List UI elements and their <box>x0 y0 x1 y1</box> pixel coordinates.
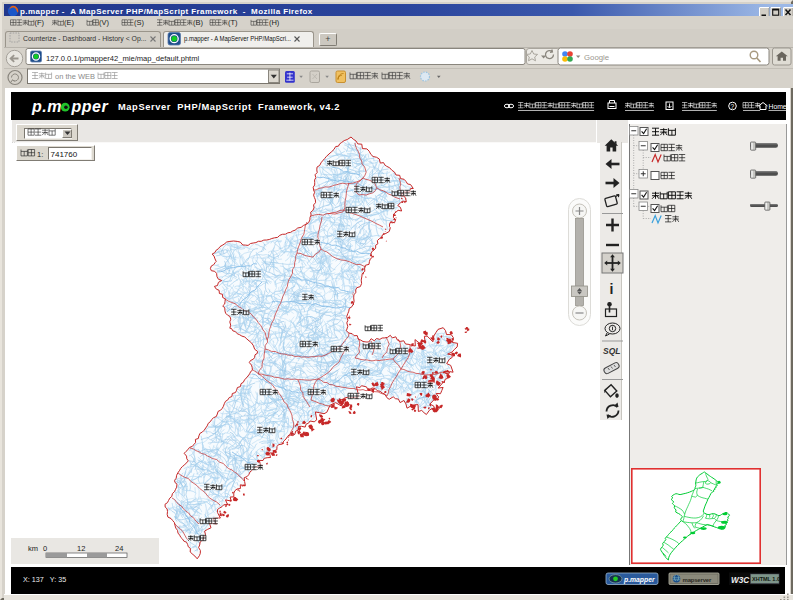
svg-text:1:: 1: <box>37 150 43 159</box>
svg-text:0: 0 <box>43 544 47 553</box>
svg-text:p.mapper: p.mapper <box>623 576 655 584</box>
svg-text:km: km <box>28 544 38 553</box>
svg-text:W3C: W3C <box>731 576 750 585</box>
svg-text:12: 12 <box>77 544 85 553</box>
svg-text:MapServer PHP/MapScript Fram: MapServer PHP/MapScript Framework, v4.2 <box>118 102 340 112</box>
svg-text:XHTML 1.0: XHTML 1.0 <box>752 576 780 582</box>
svg-text:mapserver: mapserver <box>683 577 712 583</box>
svg-text:741760: 741760 <box>51 150 78 159</box>
svg-text:?: ? <box>731 103 735 110</box>
svg-text:SQL: SQL <box>603 346 620 356</box>
svg-text:i: i <box>610 281 614 297</box>
svg-text:24: 24 <box>115 544 123 553</box>
svg-text:X: 137 Y: 35: X: 137 Y: 35 <box>23 575 66 584</box>
svg-text:Home: Home <box>769 103 787 110</box>
